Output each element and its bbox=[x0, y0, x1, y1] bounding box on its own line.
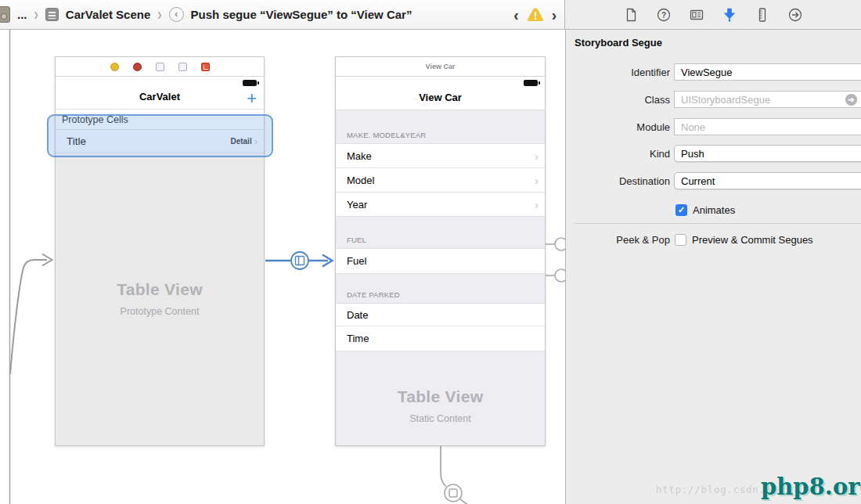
storyboard-canvas[interactable]: CarValet + Prototype Cells Title Detail … bbox=[0, 30, 565, 504]
scene-icon bbox=[45, 8, 59, 21]
table-view-placeholder[interactable]: Table View Prototype Content bbox=[56, 155, 264, 445]
peek-pop-option-label: Preview & Commit Segues bbox=[692, 234, 813, 246]
add-bar-button[interactable]: + bbox=[247, 90, 257, 107]
jump-to-class-icon[interactable]: ➔ bbox=[845, 94, 857, 106]
svg-text:?: ? bbox=[661, 10, 666, 19]
watermark-brand: php8.org bbox=[761, 473, 861, 500]
static-table-placeholder[interactable]: Table View Static Content bbox=[336, 351, 545, 445]
battery-icon bbox=[243, 80, 257, 86]
chevron-right-icon: › bbox=[535, 198, 539, 211]
section-header: DATE PARKED bbox=[336, 274, 545, 304]
warning-icon[interactable] bbox=[526, 6, 545, 23]
cell-label: Time bbox=[347, 333, 369, 344]
dock-item-icon[interactable] bbox=[156, 63, 164, 71]
table-cell-year[interactable]: Year › bbox=[336, 193, 545, 217]
section-header: FUEL bbox=[336, 217, 545, 249]
breadcrumb-scene[interactable]: CarValet Scene bbox=[66, 8, 150, 21]
size-inspector-icon[interactable] bbox=[755, 7, 770, 23]
peek-pop-label: Peek & Pop bbox=[566, 234, 670, 246]
navigation-bar: CarValet + bbox=[56, 77, 264, 110]
segue-selection-highlight[interactable] bbox=[47, 114, 273, 157]
help-inspector-icon[interactable]: ? bbox=[656, 7, 672, 23]
class-row: Class UIStoryboardSegue ➔ bbox=[566, 91, 861, 108]
jump-bar: ... › CarValet Scene › ‹ Push segue “Vie… bbox=[0, 0, 565, 30]
inspector-divider bbox=[574, 223, 861, 224]
nav-next-button[interactable]: › bbox=[552, 5, 557, 23]
kind-label: Kind bbox=[566, 148, 670, 160]
identifier-value: ViewSegue bbox=[681, 67, 733, 78]
cell-label: Year bbox=[347, 199, 367, 211]
top-bar: ... › CarValet Scene › ‹ Push segue “Vie… bbox=[0, 0, 861, 30]
peek-pop-row: Peek & Pop Preview & Commit Segues bbox=[566, 231, 813, 248]
utilities-inspector-panel: Storyboard Segue Identifier ViewSegue Cl… bbox=[565, 30, 861, 504]
table-view-subtitle: Static Content bbox=[336, 413, 545, 424]
module-input[interactable]: None bbox=[674, 118, 861, 135]
inspector-section-title: Storyboard Segue bbox=[575, 37, 662, 49]
animates-row: ✓ Animates bbox=[675, 201, 735, 218]
connections-inspector-icon[interactable] bbox=[787, 7, 803, 23]
edge-connection-stubs bbox=[543, 238, 565, 282]
exit-dock-icon[interactable] bbox=[201, 63, 210, 71]
battery-icon bbox=[524, 80, 538, 86]
view-controller-dock-icon[interactable] bbox=[110, 63, 119, 71]
identity-inspector-icon[interactable] bbox=[689, 7, 704, 23]
animates-label: Animates bbox=[693, 204, 735, 216]
bottom-segue-connector[interactable] bbox=[441, 446, 471, 504]
class-label: Class bbox=[566, 94, 670, 106]
scene-title-bar[interactable]: View Car bbox=[336, 57, 545, 77]
table-cell-date[interactable]: Date bbox=[336, 304, 545, 326]
watermark-url: http://blog.csdn.n bbox=[656, 484, 772, 495]
cell-label: Model bbox=[347, 175, 374, 186]
identifier-label: Identifier bbox=[566, 67, 670, 78]
kind-popup[interactable]: Push bbox=[674, 145, 861, 162]
table-view-subtitle: Prototype Content bbox=[56, 306, 264, 317]
scene-dock bbox=[56, 57, 264, 77]
kind-value: Push bbox=[681, 148, 704, 160]
chevron-right-icon: › bbox=[535, 174, 539, 187]
chevron-right-icon: › bbox=[535, 149, 539, 163]
segue-back-icon[interactable]: ‹ bbox=[169, 7, 184, 22]
first-responder-dock-icon[interactable] bbox=[133, 63, 142, 71]
breadcrumb-ellipsis[interactable]: ... bbox=[17, 8, 27, 21]
inspector-toolbar: ? bbox=[565, 0, 861, 30]
table-view-title: Table View bbox=[336, 387, 545, 406]
class-input[interactable]: UIStoryboardSegue ➔ bbox=[674, 91, 861, 108]
file-inspector-icon[interactable] bbox=[623, 7, 639, 23]
breadcrumb-separator-icon: › bbox=[34, 5, 38, 23]
module-row: Module None bbox=[566, 118, 861, 135]
table-cell-fuel[interactable]: Fuel bbox=[336, 249, 545, 274]
view-car-scene-card[interactable]: View Car View Car MAKE. MODEL&YEAR Make … bbox=[335, 56, 546, 446]
nav-previous-button[interactable]: ‹ bbox=[513, 5, 518, 23]
right-nav-title: View Car bbox=[336, 92, 545, 103]
breadcrumb-separator-icon: › bbox=[157, 5, 161, 23]
table-cell-time[interactable]: Time bbox=[336, 326, 545, 351]
destination-popup[interactable]: Current bbox=[674, 172, 861, 189]
left-nav-title: CarValet bbox=[56, 91, 264, 103]
destination-value: Current bbox=[681, 175, 715, 187]
table-view-title: Table View bbox=[56, 280, 264, 299]
navigation-bar: View Car bbox=[336, 77, 545, 110]
destination-row: Destination Current bbox=[566, 172, 861, 189]
cell-label: Date bbox=[347, 309, 368, 321]
cell-label: Make bbox=[347, 150, 372, 162]
module-label: Module bbox=[566, 121, 670, 133]
push-segue-arrow[interactable] bbox=[265, 252, 333, 269]
table-cell-make[interactable]: Make › bbox=[336, 144, 545, 168]
breadcrumb-title[interactable]: Push segue “ViewSegue” to “View Car” bbox=[191, 8, 412, 21]
peek-pop-checkbox[interactable] bbox=[675, 234, 686, 246]
animates-checkbox[interactable]: ✓ bbox=[675, 204, 687, 216]
kind-row: Kind Push bbox=[566, 145, 861, 162]
class-placeholder: UIStoryboardSegue bbox=[681, 94, 770, 106]
document-icon[interactable] bbox=[0, 6, 10, 23]
destination-label: Destination bbox=[566, 175, 670, 187]
module-placeholder: None bbox=[681, 121, 705, 133]
attributes-inspector-icon[interactable] bbox=[722, 7, 737, 23]
dock-item-icon[interactable] bbox=[178, 63, 187, 71]
identifier-input[interactable]: ViewSegue bbox=[674, 63, 861, 81]
incoming-segue-wire bbox=[10, 260, 47, 374]
cell-label: Fuel bbox=[347, 255, 366, 267]
carvalet-scene-card[interactable]: CarValet + Prototype Cells Title Detail … bbox=[55, 56, 265, 446]
table-cell-model[interactable]: Model › bbox=[336, 168, 545, 193]
section-header: MAKE. MODEL&YEAR bbox=[336, 110, 545, 144]
identifier-row: Identifier ViewSegue bbox=[566, 63, 861, 81]
